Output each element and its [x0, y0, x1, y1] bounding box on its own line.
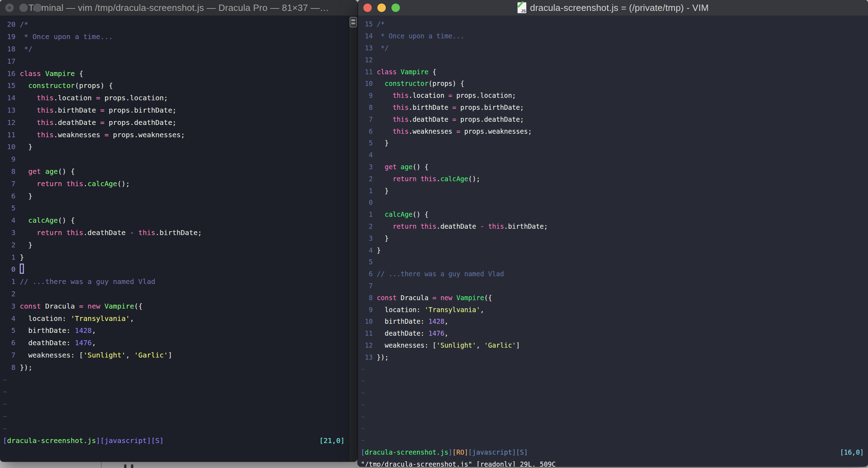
code-line: ~ — [0, 422, 357, 435]
code-line: ~ — [0, 410, 357, 423]
code-line: 6 this.weaknesses = props.weaknesses; — [358, 125, 868, 137]
code-segment — [452, 294, 456, 302]
code-segment: this — [392, 128, 408, 135]
tilde-marker: ~ — [3, 375, 7, 384]
zoom-button[interactable] — [33, 4, 42, 12]
line-number: 2 — [3, 290, 20, 298]
code-segment: Vampire — [104, 302, 134, 310]
line-number: 8 — [3, 363, 20, 372]
code-line: 13 */ — [358, 42, 868, 54]
vim-commandline — [0, 447, 357, 459]
line-number: 5 — [361, 258, 377, 266]
code-segment — [20, 167, 28, 176]
code-line: 2 — [0, 288, 357, 300]
code-line: 12 weaknesses: ['Sunlight', 'Garlic'] — [358, 340, 868, 352]
code-segment — [377, 80, 385, 87]
code-line: ~ — [0, 373, 357, 386]
code-line: 2 } — [0, 239, 357, 251]
code-segment: this — [138, 228, 155, 237]
macvim-traffic-lights — [363, 0, 400, 15]
code-segment: .birthDate; — [155, 228, 202, 237]
macvim-titlebar[interactable]: JS dracula-screenshot.js = (/private/tmp… — [358, 0, 868, 15]
code-line: 4 location: 'Transylvania', — [0, 312, 357, 324]
code-line: 11 deathDate: 1476, — [358, 328, 868, 340]
code-segment: 'Sunlight' — [436, 342, 476, 349]
code-segment: 1428 — [75, 326, 92, 335]
vim-editor-right[interactable]: 15 /* 14 * Once upon a time... 13 */ 12 … — [358, 15, 868, 467]
code-line: 3 } — [358, 232, 868, 244]
code-segment: = — [100, 106, 104, 114]
code-segment — [377, 175, 392, 183]
terminal-scrollbar[interactable] — [349, 15, 357, 462]
code-segment: calcAge — [440, 175, 468, 183]
code-segment: = — [96, 94, 100, 102]
line-number: 4 — [3, 314, 20, 323]
line-number: 6 — [361, 128, 377, 135]
code-segment: constructor — [28, 81, 75, 90]
code-line: 19 * Once upon a time... — [0, 31, 357, 43]
line-number: 1 — [3, 277, 20, 286]
line-number: 12 — [361, 56, 377, 64]
close-button[interactable] — [363, 4, 372, 12]
code-line: ~ — [358, 363, 868, 375]
code-segment: get — [28, 167, 41, 176]
line-number: 13 — [361, 354, 377, 361]
code-segment: 1428 — [428, 318, 444, 325]
screen: H Terminal — vim /tmp/dracula-screenshot… — [0, 0, 868, 468]
line-number: 15 — [361, 20, 377, 28]
vim-statusline: [dracula-screenshot.js][RO][javascript][… — [358, 447, 868, 458]
code-segment: return — [392, 175, 416, 183]
code-segment: = — [452, 116, 456, 123]
code-segment: ] — [516, 342, 520, 349]
split-pane-button[interactable] — [350, 17, 357, 27]
code-segment: () { — [413, 163, 428, 171]
code-line: ~ — [358, 423, 868, 435]
tilde-marker: ~ — [3, 424, 7, 433]
code-segment — [416, 175, 420, 183]
code-segment: new — [88, 302, 100, 310]
code-line: 18 */ — [0, 43, 357, 55]
code-segment: age — [45, 167, 58, 176]
code-line: 11 class Vampire { — [358, 66, 868, 78]
code-segment: props.deathDate; — [104, 118, 177, 127]
line-number: 3 — [3, 302, 20, 310]
line-number: 16 — [3, 69, 20, 78]
code-line: 9 this.location = props.location; — [358, 90, 868, 102]
vim-editor-left[interactable]: 20 /* 19 * Once upon a time... 18 */ 17 … — [0, 15, 357, 462]
minimize-button[interactable] — [19, 4, 28, 12]
code-segment: this — [37, 94, 53, 102]
code-segment: } — [20, 143, 32, 151]
code-line: 2 return this.deathDate - this.birthDate… — [358, 221, 868, 233]
code-segment: /* — [377, 20, 385, 28]
statusline-text: [ — [361, 449, 365, 456]
zoom-button[interactable] — [391, 4, 400, 12]
tilde-marker: ~ — [3, 400, 7, 408]
code-segment — [62, 179, 66, 188]
line-number: 7 — [3, 351, 20, 359]
code-segment: , — [126, 351, 134, 359]
code-segment: } — [20, 192, 32, 200]
code-line: 2 return this.calcAge(); — [358, 173, 868, 185]
minimize-button[interactable] — [377, 4, 386, 12]
code-line: ~ — [0, 386, 357, 398]
line-number: 2 — [3, 241, 20, 249]
code-segment — [20, 106, 37, 114]
code-segment: . — [83, 179, 88, 188]
code-segment — [134, 228, 138, 237]
line-number: 5 — [361, 139, 377, 147]
code-segment — [20, 228, 37, 237]
cursor-position-text: [21,0] — [319, 436, 345, 445]
code-line: 13 this.birthDate = props.birthDate; — [0, 104, 357, 116]
code-segment — [20, 131, 37, 139]
macvim-window-title: JS dracula-screenshot.js = (/private/tmp… — [358, 2, 868, 13]
terminal-titlebar[interactable]: Terminal — vim /tmp/dracula-screenshot.j… — [0, 0, 357, 15]
line-number: 3 — [361, 163, 377, 171]
close-button[interactable] — [5, 4, 14, 12]
code-segment: (); — [117, 179, 130, 188]
code-segment — [377, 116, 392, 123]
code-segment: deathDate: — [377, 330, 428, 337]
code-segment: this — [421, 223, 436, 230]
line-number: 11 — [361, 68, 377, 76]
code-line: 12 — [358, 54, 868, 66]
statusline-text: [RO] — [452, 449, 468, 456]
